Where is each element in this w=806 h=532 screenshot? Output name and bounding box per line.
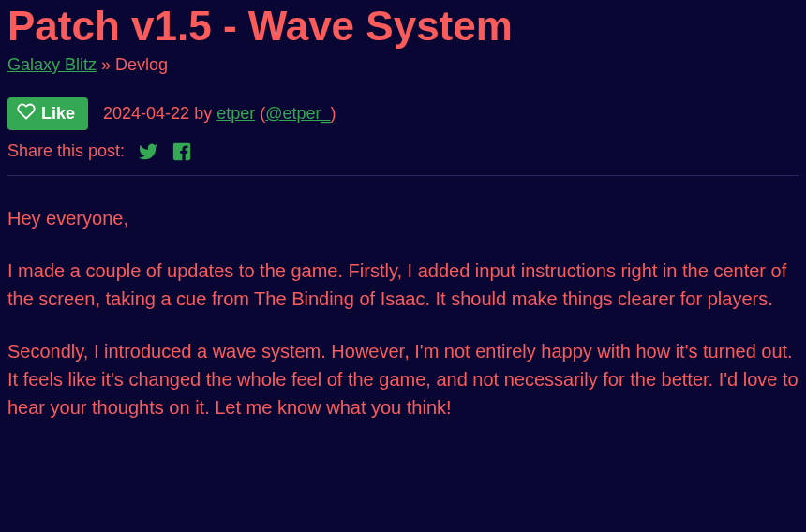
breadcrumb-separator: »	[101, 55, 111, 74]
byline: 2024-04-22 by etper (@etper_)	[103, 104, 336, 124]
body-paragraph: Secondly, I introduced a wave system. Ho…	[7, 337, 799, 421]
breadcrumb-game-link[interactable]: Galaxy Blitz	[7, 55, 97, 74]
author-handle-link[interactable]: @etper_	[265, 104, 330, 123]
divider	[7, 175, 799, 176]
page-title: Patch v1.5 - Wave System	[7, 2, 799, 52]
like-label: Like	[41, 104, 75, 124]
body-paragraph: Hey everyone,	[7, 204, 799, 232]
breadcrumb: Galaxy Blitz » Devlog	[7, 55, 799, 75]
body-paragraph: I made a couple of updates to the game. …	[7, 257, 799, 313]
breadcrumb-tail: Devlog	[115, 55, 168, 74]
twitter-icon[interactable]	[138, 141, 158, 162]
like-button[interactable]: Like	[7, 97, 88, 130]
heart-icon	[17, 102, 36, 126]
facebook-icon[interactable]	[172, 141, 192, 162]
post-body: Hey everyone, I made a couple of updates…	[7, 204, 799, 421]
share-label: Share this post:	[7, 141, 125, 161]
by-word: by	[194, 104, 212, 123]
handle-close: )	[331, 104, 336, 123]
author-link[interactable]: etper	[216, 104, 255, 123]
post-date: 2024-04-22	[103, 104, 189, 123]
